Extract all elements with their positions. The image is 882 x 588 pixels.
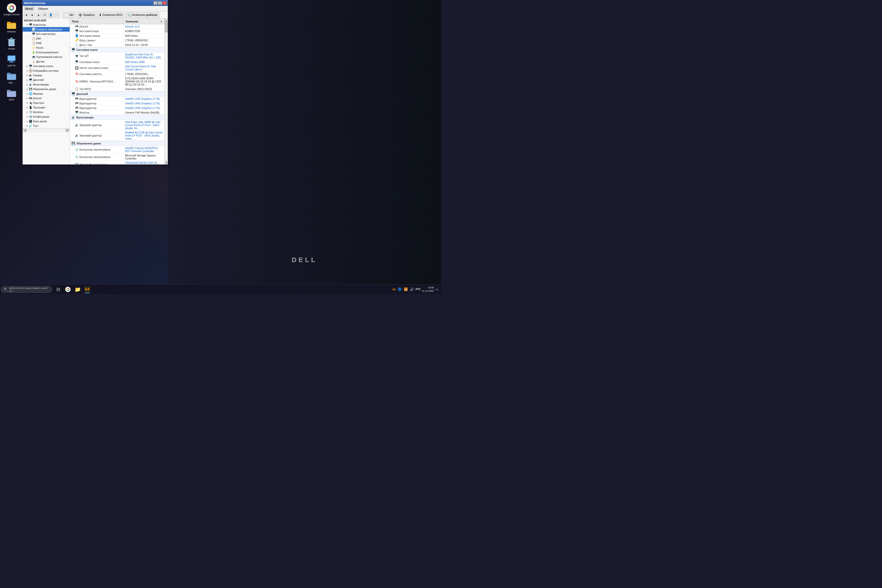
sidebar-scroll-right[interactable]: ► xyxy=(66,129,69,132)
nav-up-button[interactable]: ▲ xyxy=(36,12,41,18)
sidebar-item-os[interactable]: ► 🪟 Операційна система xyxy=(23,68,70,73)
row-value-chipset[interactable]: Intel Comet Point-LP, Intel Comet Lake-U xyxy=(123,64,165,72)
row-field-audio1: 🔊 Звуковий адаптор xyxy=(70,123,123,128)
sidebar-item-directx[interactable]: ► 🎮 DirectX xyxy=(23,96,70,100)
nav-forward-button[interactable]: ► xyxy=(30,12,35,18)
sidebar-item-storage[interactable]: ► 💾 Збереження даних xyxy=(23,87,70,92)
row-value-hdd[interactable]: TS240GMTS820S (240 ГБ, SATA-III) xyxy=(123,161,165,164)
sidebar-item-power[interactable]: 🔋 Електроживлення xyxy=(23,50,70,55)
sidebar-item-overclock[interactable]: ⚡ Розгін xyxy=(23,45,70,50)
sidebar-label-storage: Збереження даних xyxy=(33,87,56,91)
audio2-row-icon: 🔊 xyxy=(75,134,79,137)
row-field-label-directx: DirectX xyxy=(80,25,88,28)
sidebar-item-portable[interactable]: 💻 Портативний комп'ют xyxy=(23,55,70,59)
buy-button[interactable]: ➕ Придбати xyxy=(76,12,96,18)
tray-aida-icon[interactable]: 64 xyxy=(392,288,396,291)
row-value-cname: KOMPUTER xyxy=(123,29,165,33)
desktop-icon-activator[interactable]: Aktivator xyxy=(2,19,21,34)
sidebar-item-computer[interactable]: ▼ 🖥️ Комп'ютер xyxy=(23,22,70,27)
row-value-audio1[interactable]: Intel Kaby Lake HDMI @ Intel Comet Point… xyxy=(123,120,165,130)
scroll-down-arrow[interactable]: ▼ xyxy=(165,161,168,164)
row-value-directx[interactable]: DirectX 12.0 xyxy=(123,24,165,28)
show-desktop-icon[interactable]: ▭ xyxy=(435,287,439,291)
sidebar-item-summary[interactable]: 📊 Сумарна інформація xyxy=(23,27,70,32)
report-button[interactable]: 📄 Звіт xyxy=(63,12,75,18)
dx-tree-icon: 🎮 xyxy=(29,97,32,100)
storage-section-title: Збереження даних xyxy=(76,142,101,145)
menu-item-menu[interactable]: Меню xyxy=(24,7,34,11)
sidebar-item-display[interactable]: ► 🖥️ Дисплей xyxy=(23,78,70,82)
sidebar-item-network[interactable]: ► 🌐 Мережа xyxy=(23,92,70,96)
sidebar-item-sensors[interactable]: 🌡️ Датчик xyxy=(23,59,70,64)
row-field-monitor: 🖥️ Монітор xyxy=(70,110,123,115)
row-value-cpu[interactable]: QuadCore Intel Core i5-10210U, 4200 MHz … xyxy=(123,52,165,60)
row-field-label-gpu2: Відеоадаптер xyxy=(80,102,96,105)
table-row: 💿 Контролер накопичувача Intel(R) Chipse… xyxy=(70,146,165,153)
taskbar-search[interactable]: 🔍 Щоби почати пошук, введіть запит тут xyxy=(1,286,52,293)
table-row: 🖥️ Ім'я комп'ютера KOMPUTER xyxy=(70,29,165,33)
tray-wifi-icon[interactable]: 🔊 xyxy=(410,287,414,291)
sidebar-item-programs[interactable]: ► 📱 Програми xyxy=(23,105,70,110)
sidebar-item-multimedia[interactable]: ► 🔊 Мультимедіа xyxy=(23,82,70,87)
expand-icon-devices: ► xyxy=(26,102,29,104)
sidebar-item-computer-name[interactable]: 🖥️ Ім'я комп'ютера xyxy=(23,32,70,36)
this-pc-icon-label: Цей ПК xyxy=(8,64,16,67)
desktop: Google Chrome Aktivator xyxy=(0,0,441,294)
close-button[interactable]: ✕ xyxy=(163,1,166,5)
row-value-audio2[interactable]: Realtek ALC236 @ Intel Comet Point-LP PC… xyxy=(123,130,165,141)
nav-user-button[interactable]: 👤 xyxy=(48,12,53,18)
driver-update-label: Оновлення драйверів xyxy=(132,14,158,16)
driver-update-button[interactable]: 🔍 Оновлення драйверів xyxy=(125,12,159,18)
mb-row-icon: 🖥️ xyxy=(75,60,79,63)
row-field-gpu2: 🎮 Відеоадаптер xyxy=(70,101,123,105)
scrollbar-track[interactable] xyxy=(165,22,168,161)
taskbar-app-explorer[interactable]: 📁 xyxy=(73,285,82,294)
scroll-up-arrow[interactable]: ▲ xyxy=(165,19,168,22)
sidebar-item-dmi[interactable]: 📋 DMI xyxy=(23,36,70,41)
dell-logo: DELL xyxy=(292,256,317,264)
sidebar-scroll-left[interactable]: ◄ xyxy=(23,129,27,132)
bios-update-button[interactable]: ⬇ Оновлення BIOS xyxy=(97,12,124,18)
tray-network-icon[interactable]: 📶 xyxy=(403,287,408,291)
sidebar-item-motherboard[interactable]: ► 🖥️ Системна плата xyxy=(23,64,70,68)
svg-point-2 xyxy=(10,7,13,9)
language-indicator[interactable]: РУС xyxy=(416,288,421,291)
row-value-gpu3[interactable]: Intel(R) UHD Graphics (1 ГБ) xyxy=(123,106,165,110)
desktop-icon-chrome[interactable]: Google Chrome xyxy=(2,2,21,17)
taskbar-app-chrome[interactable] xyxy=(63,285,72,294)
gpu2-row-icon: 🎮 xyxy=(75,102,79,105)
row-value-ctrl1[interactable]: Intel(R) Chipset SATA/PCIe RST Premium C… xyxy=(123,146,165,153)
taskbar-app-aida64[interactable]: 64 xyxy=(82,285,92,294)
row-value-gpu2[interactable]: Intel(R) UHD Graphics (1 ГБ) xyxy=(123,101,165,105)
sidebar-item-test[interactable]: ► 🧪 Тест xyxy=(23,123,70,128)
tray-bluetooth-icon[interactable]: 🔵 xyxy=(397,287,402,291)
sidebar-item-database[interactable]: ► 🗄️ База даних xyxy=(23,119,70,123)
row-field-username: 👤 Ім'я користувача xyxy=(70,33,123,38)
desktop-icon-trash[interactable]: Кошик xyxy=(2,36,21,51)
minimize-button[interactable]: _ xyxy=(153,1,158,5)
nav-refresh-button[interactable]: ↺ xyxy=(42,12,47,18)
desktop-icon-wpd[interactable]: WPD xyxy=(2,87,21,102)
nav-back-button[interactable]: ◄ xyxy=(24,12,29,18)
chipset-row-icon: 🔲 xyxy=(75,66,79,70)
row-field-gpu3: 🎮 Відеоадаптер xyxy=(70,106,123,110)
scrollbar-thumb[interactable] xyxy=(165,22,168,32)
row-value-gpu1[interactable]: Intel(R) UHD Graphics (1 ГБ) xyxy=(123,97,165,101)
desktop-icon-this-pc[interactable]: Цей ПК xyxy=(2,53,21,68)
col-header-value: Значення ▲ xyxy=(123,19,165,24)
menu-item-favorites[interactable]: Обране xyxy=(36,7,50,11)
nav-stats-button[interactable]: 📈 xyxy=(54,12,60,18)
wpd-icon-label: WPD xyxy=(9,99,14,101)
sidebar-item-security[interactable]: ► 🛡️ Безпека xyxy=(23,110,70,114)
sidebar-item-devices[interactable]: ► 🔌 Пристрої xyxy=(23,100,70,105)
sidebar-item-config[interactable]: ► ⚙️ Конфігурація xyxy=(23,114,70,119)
sidebar-item-server[interactable]: ► 🖧 Сервер xyxy=(23,73,70,78)
maximize-button[interactable]: □ xyxy=(158,1,162,5)
server-tree-icon: 🖧 xyxy=(29,74,32,77)
vertical-scrollbar[interactable]: ▲ ▼ xyxy=(165,19,168,164)
desktop-icon-disk[interactable]: disk... xyxy=(2,70,21,85)
row-value-mb[interactable]: Dell Vostro 3490 xyxy=(123,60,165,64)
sidebar-item-ipmi[interactable]: 📋 IPMI xyxy=(23,41,70,45)
taskbar-app-taskview[interactable]: ⊟ xyxy=(54,285,63,294)
main-content: AIDA64 v6.90.6500 ▼ 🖥️ Комп'ютер 📊 Сумар… xyxy=(23,19,168,164)
